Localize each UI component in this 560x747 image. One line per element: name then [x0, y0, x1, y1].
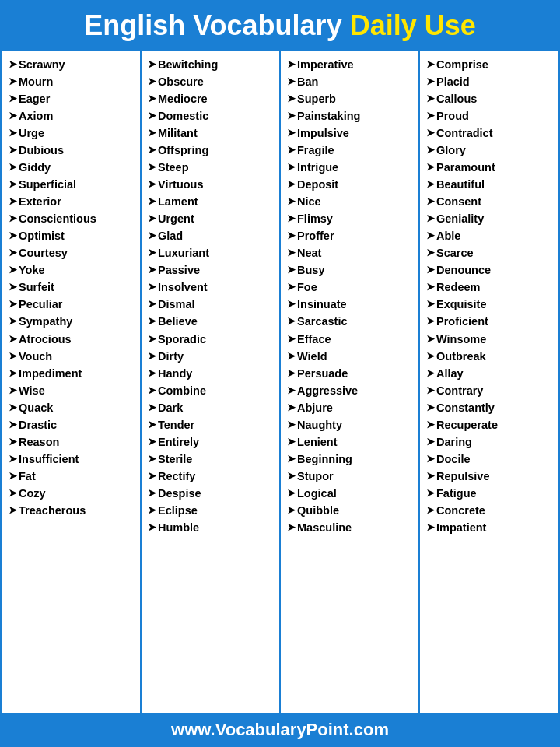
list-item: ➤Sporadic [148, 331, 276, 348]
arrow-icon: ➤ [9, 160, 17, 175]
list-item: ➤Mourn [9, 73, 137, 90]
arrow-icon: ➤ [9, 366, 17, 381]
word-text: Persuade [297, 365, 348, 382]
list-item: ➤Logical [287, 485, 415, 502]
arrow-icon: ➤ [148, 57, 156, 72]
list-item: ➤Fragile [287, 142, 415, 159]
arrow-icon: ➤ [287, 125, 296, 141]
word-text: Quibble [297, 502, 339, 519]
arrow-icon: ➤ [148, 366, 156, 381]
list-item: ➤Offspring [148, 142, 276, 159]
column-2: ➤Bewitching➤Obscure➤Mediocre➤Domestic➤Mi… [142, 51, 281, 713]
word-text: Ban [297, 73, 318, 90]
arrow-icon: ➤ [9, 486, 17, 501]
word-text: Superb [297, 90, 336, 107]
word-text: Abjure [297, 399, 333, 416]
word-text: Stupor [297, 468, 334, 485]
word-text: Dark [158, 399, 183, 416]
list-item: ➤Superb [287, 90, 415, 107]
word-text: Insinuate [297, 296, 347, 313]
word-text: Dismal [158, 296, 195, 313]
arrow-icon: ➤ [426, 57, 435, 72]
list-item: ➤Passive [148, 261, 276, 279]
list-item: ➤Impediment [9, 365, 137, 382]
arrow-icon: ➤ [148, 74, 156, 89]
word-text: Mourn [19, 73, 53, 90]
word-text: Contradict [436, 124, 493, 142]
list-item: ➤Optimist [9, 227, 137, 244]
word-text: Wield [297, 348, 327, 365]
word-text: Outbreak [436, 348, 486, 365]
arrow-icon: ➤ [426, 245, 435, 261]
list-item: ➤Bewitching [148, 56, 276, 73]
arrow-icon: ➤ [148, 520, 156, 535]
list-item: ➤Combine [148, 382, 276, 399]
list-item: ➤Sympathy [9, 313, 137, 330]
arrow-icon: ➤ [148, 245, 156, 261]
list-item: ➤Naughty [287, 416, 415, 433]
list-item: ➤Surfeit [9, 279, 137, 296]
list-item: ➤Steep [148, 159, 276, 176]
word-text: Lament [158, 193, 198, 210]
word-text: Impulsive [297, 124, 349, 142]
word-text: Allay [436, 365, 464, 382]
arrow-icon: ➤ [426, 503, 435, 518]
list-item: ➤Constantly [426, 399, 555, 416]
word-text: Rectify [158, 468, 195, 485]
list-item: ➤Urgent [148, 210, 276, 227]
word-text: Fragile [297, 142, 334, 159]
list-item: ➤Urge [9, 124, 137, 142]
arrow-icon: ➤ [426, 417, 435, 433]
list-item: ➤Cozy [9, 485, 137, 502]
arrow-icon: ➤ [148, 331, 156, 347]
arrow-icon: ➤ [148, 108, 156, 124]
list-item: ➤Wield [287, 348, 415, 365]
list-item: ➤Insufficient [9, 451, 137, 468]
list-item: ➤Daring [426, 433, 555, 451]
word-text: Urgent [158, 210, 194, 227]
arrow-icon: ➤ [9, 451, 17, 467]
word-text: Eager [19, 90, 50, 107]
arrow-icon: ➤ [287, 366, 296, 381]
word-text: Concrete [436, 502, 485, 519]
arrow-icon: ➤ [287, 503, 296, 518]
list-item: ➤Nice [287, 193, 415, 210]
arrow-icon: ➤ [287, 314, 296, 329]
word-text: Efface [297, 331, 331, 348]
arrow-icon: ➤ [9, 383, 17, 398]
word-text: Winsome [436, 331, 486, 348]
list-item: ➤Tender [148, 416, 276, 433]
word-text: Deposit [297, 176, 338, 193]
word-text: Dubious [19, 142, 64, 159]
arrow-icon: ➤ [287, 520, 296, 535]
list-item: ➤Abjure [287, 399, 415, 416]
list-item: ➤Drastic [9, 416, 137, 433]
word-text: Sporadic [158, 331, 206, 348]
list-item: ➤Yoke [9, 261, 137, 279]
arrow-icon: ➤ [287, 451, 296, 467]
arrow-icon: ➤ [287, 177, 296, 192]
word-text: Optimist [19, 227, 65, 244]
arrow-icon: ➤ [426, 486, 435, 501]
list-item: ➤Domestic [148, 107, 276, 124]
word-text: Despise [158, 485, 201, 502]
list-item: ➤Despise [148, 485, 276, 502]
list-item: ➤Atrocious [9, 331, 137, 348]
list-item: ➤Impatient [426, 519, 555, 536]
page-header: English Vocabulary Daily Use [0, 0, 560, 51]
arrow-icon: ➤ [426, 434, 435, 450]
list-item: ➤Sterile [148, 451, 276, 468]
list-item: ➤Vouch [9, 348, 137, 365]
list-item: ➤Contrary [426, 382, 555, 399]
arrow-icon: ➤ [9, 434, 17, 450]
list-item: ➤Peculiar [9, 296, 137, 313]
list-item: ➤Dubious [9, 142, 137, 159]
list-item: ➤Conscientious [9, 210, 137, 227]
list-item: ➤Obscure [148, 73, 276, 90]
arrow-icon: ➤ [426, 142, 435, 158]
arrow-icon: ➤ [426, 211, 435, 226]
word-text: Able [436, 227, 460, 244]
word-text: Domestic [158, 107, 208, 124]
arrow-icon: ➤ [9, 74, 17, 89]
list-item: ➤Masculine [287, 519, 415, 536]
